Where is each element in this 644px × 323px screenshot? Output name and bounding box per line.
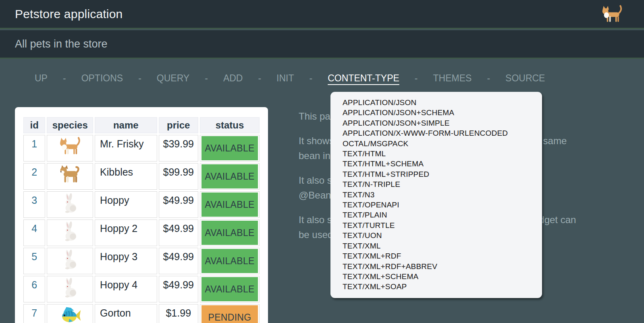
pet-price-cell: $1.99 (159, 304, 198, 323)
nav-item-themes[interactable]: THEMES (433, 73, 472, 84)
nav-separator: - (310, 73, 313, 84)
menu-item-application-x-www-form-urlencoded[interactable]: APPLICATION/X-WWW-FORM-URLENCODED (343, 128, 542, 138)
pet-status-cell: AVAILABLE (200, 276, 260, 302)
pet-price-cell: $49.99 (159, 276, 198, 302)
menu-item-application-json-simple[interactable]: APPLICATION/JSON+SIMPLE (343, 118, 542, 128)
subheader-bar: All pets in the store (0, 30, 644, 59)
menu-item-octal-msgpack[interactable]: OCTAL/MSGPACK (343, 139, 542, 149)
pet-id-link[interactable]: 6 (31, 279, 37, 290)
nav-item-source[interactable]: SOURCE (505, 73, 545, 84)
column-header-status: status (200, 117, 260, 133)
menu-item-text-plain[interactable]: TEXT/PLAIN (343, 210, 542, 220)
nav-item-up[interactable]: UP (35, 73, 48, 84)
pet-price-cell: $49.99 (159, 191, 198, 218)
pet-status-cell: PENDING (200, 304, 260, 323)
menu-item-text-turtle[interactable]: TEXT/TURTLE (343, 220, 542, 230)
menu-item-text-html-stripped[interactable]: TEXT/HTML+STRIPPED (343, 169, 542, 179)
nav-separator: - (138, 73, 141, 84)
pet-species-cell (47, 135, 93, 162)
menu-item-text-xml-rdf[interactable]: TEXT/XML+RDF (343, 251, 542, 261)
pet-status-cell: AVAILABLE (200, 163, 260, 190)
nav-separator: - (205, 73, 208, 84)
table-row: 3 Hoppy$49.99AVAILABLE (23, 191, 260, 218)
pet-species-cell (47, 163, 93, 190)
pet-name-cell: Hoppy 3 (95, 248, 157, 274)
petstore-page: Petstore application All pets in the sto… (0, 0, 644, 323)
pet-id-cell: 6 (23, 276, 45, 302)
column-header-name: name (95, 117, 157, 133)
menu-item-text-xml[interactable]: TEXT/XML (343, 241, 542, 251)
fish-icon (58, 305, 82, 323)
pet-species-cell (47, 191, 93, 218)
menu-item-application-json[interactable]: APPLICATION/JSON (343, 97, 542, 108)
nav-separator: - (487, 73, 490, 84)
status-badge: AVAILABLE (202, 164, 258, 188)
pet-name-cell: Kibbles (95, 163, 157, 190)
pet-name-cell: Hoppy 4 (95, 276, 157, 302)
column-header-id: id (23, 117, 45, 133)
menu-item-text-xml-schema[interactable]: TEXT/XML+SCHEMA (343, 271, 542, 282)
pet-id-link[interactable]: 3 (31, 195, 37, 206)
menu-item-text-uon[interactable]: TEXT/UON (343, 230, 542, 240)
pet-price-cell: $99.99 (159, 163, 198, 190)
pet-id-link[interactable]: 2 (31, 166, 37, 178)
cat-icon (600, 5, 624, 23)
pet-id-cell: 2 (23, 163, 45, 190)
rabbit-icon (59, 249, 81, 271)
column-header-price: price (159, 117, 198, 133)
pet-id-link[interactable]: 1 (31, 138, 37, 149)
pet-status-cell: AVAILABLE (200, 248, 260, 274)
pet-id-link[interactable]: 4 (31, 223, 37, 234)
pet-id-link[interactable]: 7 (31, 307, 37, 319)
status-badge: AVAILABLE (202, 277, 258, 301)
page-subtitle: All pets in the store (15, 38, 108, 50)
menu-item-application-json-schema[interactable]: APPLICATION/JSON+SCHEMA (343, 108, 542, 118)
pet-name-cell: Hoppy (95, 191, 157, 218)
table-row: 2 Kibbles$99.99AVAILABLE (23, 163, 260, 190)
header-bar: Petstore application (0, 0, 644, 29)
pets-table-body: 1 Mr. Frisky$39.99AVAILABLE2 Kibbles$99.… (23, 135, 260, 323)
pets-table-header-row: idspeciesnamepricestatus (23, 117, 260, 133)
pet-id-cell: 1 (23, 135, 45, 162)
status-badge: AVAILABLE (202, 136, 258, 160)
pet-id-cell: 7 (23, 304, 45, 323)
menu-item-text-n3[interactable]: TEXT/N3 (343, 190, 542, 200)
nav-item-init[interactable]: INIT (276, 73, 294, 84)
status-badge: AVAILABLE (202, 193, 258, 217)
nav: UP-OPTIONS-QUERY-ADD-INIT-CONTENT-TYPE-T… (35, 73, 545, 84)
menu-item-text-html-schema[interactable]: TEXT/HTML+SCHEMA (343, 159, 542, 169)
pet-id-cell: 5 (23, 248, 45, 274)
nav-separator: - (258, 73, 261, 84)
pet-name-cell: Gorton (95, 304, 157, 323)
content-type-menu: APPLICATION/JSONAPPLICATION/JSON+SCHEMAA… (330, 92, 542, 298)
nav-item-content-type[interactable]: CONTENT-TYPE (328, 73, 399, 84)
pet-name-cell: Hoppy 2 (95, 219, 157, 246)
nav-item-add[interactable]: ADD (223, 73, 243, 84)
pet-price-cell: $39.99 (159, 135, 198, 162)
pet-id-link[interactable]: 5 (31, 251, 37, 262)
menu-item-text-xml-soap[interactable]: TEXT/XML+SOAP (343, 282, 542, 292)
nav-item-options[interactable]: OPTIONS (81, 73, 123, 84)
pet-id-cell: 4 (23, 219, 45, 246)
pet-species-cell (47, 219, 93, 246)
menu-item-text-xml-rdf-abbrev[interactable]: TEXT/XML+RDF+ABBREV (343, 261, 542, 271)
pet-id-cell: 3 (23, 191, 45, 218)
menu-item-text-html[interactable]: TEXT/HTML (343, 149, 542, 159)
pet-status-cell: AVAILABLE (200, 219, 260, 246)
menu-item-text-openapi[interactable]: TEXT/OPENAPI (343, 200, 542, 210)
nav-separator: - (415, 73, 418, 84)
menu-item-text-n-triple[interactable]: TEXT/N-TRIPLE (343, 179, 542, 189)
nav-separator: - (63, 73, 66, 84)
column-header-species: species (47, 117, 93, 133)
pet-species-cell (47, 276, 93, 302)
pet-species-cell (47, 304, 93, 323)
cat-icon (58, 136, 82, 156)
nav-item-query[interactable]: QUERY (157, 73, 189, 84)
table-row: 5 Hoppy 3$49.99AVAILABLE (23, 248, 260, 274)
status-badge: PENDING (202, 305, 258, 323)
app-title: Petstore application (15, 7, 123, 21)
status-badge: AVAILABLE (202, 221, 258, 245)
pets-card: idspeciesnamepricestatus 1 Mr. Frisky$39… (15, 107, 268, 323)
pet-price-cell: $49.99 (159, 248, 198, 274)
pets-table: idspeciesnamepricestatus 1 Mr. Frisky$39… (22, 116, 261, 323)
